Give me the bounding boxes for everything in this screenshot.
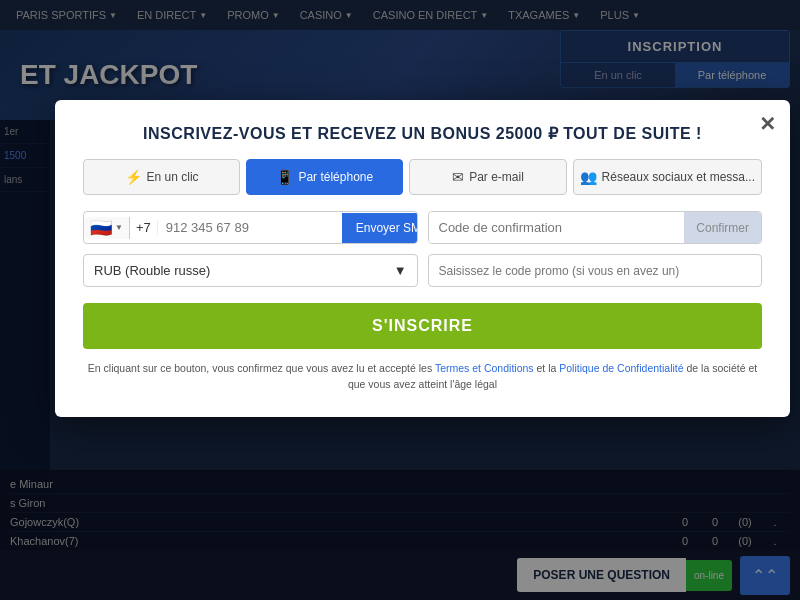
send-sms-button[interactable]: Envoyer SMS — [342, 213, 418, 243]
confirm-code-input[interactable] — [429, 212, 685, 243]
modal-close-button[interactable]: ✕ — [759, 112, 776, 136]
privacy-link[interactable]: Politique de Confidentialité — [559, 362, 683, 374]
phone-icon: 📱 — [276, 169, 293, 185]
social-icon: 👥 — [580, 169, 597, 185]
promo-code-input[interactable] — [428, 254, 763, 287]
phone-group: 🇷🇺 ▼ +7 Envoyer SMS — [83, 211, 418, 244]
confirm-group: Confirmer — [428, 211, 763, 244]
modal-tab-row: ⚡ En un clic 📱 Par téléphone ✉ Par e-mai… — [83, 159, 762, 195]
phone-confirm-row: 🇷🇺 ▼ +7 Envoyer SMS Confirmer — [83, 211, 762, 244]
flag-select[interactable]: 🇷🇺 ▼ — [84, 217, 130, 239]
currency-promo-row: RUB (Rouble russe) ▼ — [83, 254, 762, 287]
email-icon: ✉ — [452, 169, 464, 185]
modal-title: INSCRIVEZ-VOUS ET RECEVEZ UN BONUS 25000… — [83, 124, 762, 143]
registration-modal: ✕ INSCRIVEZ-VOUS ET RECEVEZ UN BONUS 250… — [55, 100, 790, 417]
terms-link[interactable]: Termes et Conditions — [435, 362, 534, 374]
flag-icon: 🇷🇺 — [90, 217, 112, 239]
tab-en-un-clic[interactable]: ⚡ En un clic — [83, 159, 240, 195]
lightning-icon: ⚡ — [125, 169, 142, 185]
phone-input[interactable] — [158, 212, 342, 243]
phone-prefix: +7 — [130, 220, 158, 235]
terms-text: En cliquant sur ce bouton, vous confirme… — [83, 361, 762, 393]
tab-par-telephone[interactable]: 📱 Par téléphone — [246, 159, 403, 195]
currency-select[interactable]: RUB (Rouble russe) ▼ — [83, 254, 418, 287]
tab-par-email[interactable]: ✉ Par e-mail — [409, 159, 566, 195]
tab-reseaux-sociaux[interactable]: 👥 Réseaux sociaux et messa... — [573, 159, 762, 195]
register-button[interactable]: S'INSCRIRE — [83, 303, 762, 349]
confirm-button[interactable]: Confirmer — [684, 212, 761, 243]
flag-arrow-icon: ▼ — [115, 223, 123, 232]
